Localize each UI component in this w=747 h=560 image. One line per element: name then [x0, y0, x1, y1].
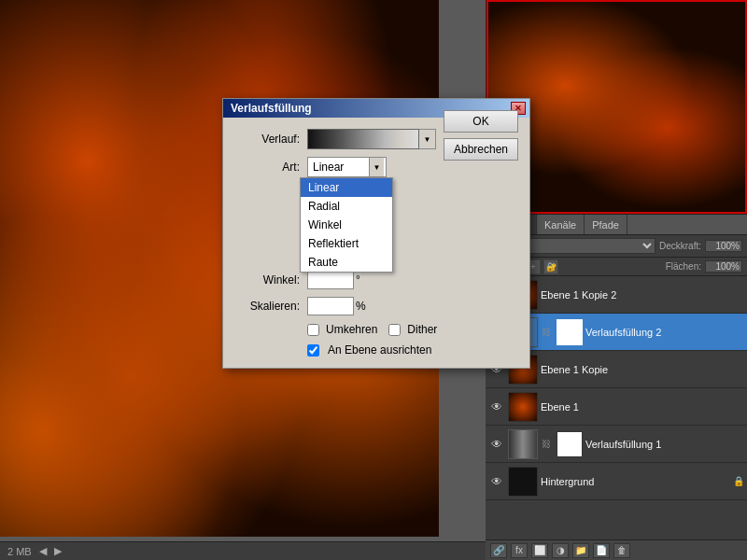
- an-ebene-label: An Ebene ausrichten: [328, 343, 431, 357]
- art-selected-value: Linear: [310, 161, 344, 174]
- layer-name: Ebene 1: [541, 401, 744, 413]
- flaechen-label: Flächen:: [666, 261, 701, 272]
- link-layers-btn[interactable]: 🔗: [490, 543, 507, 558]
- winkel-row: Winkel: °: [234, 271, 518, 289]
- deckkraft-input[interactable]: [705, 240, 742, 252]
- layer-mask-thumbnail: [557, 431, 583, 457]
- layer-visibility-btn[interactable]: 👁: [488, 436, 505, 453]
- tab-pfade[interactable]: Pfade: [585, 215, 627, 234]
- layer-name: Verlaufsfüllung 1: [585, 439, 744, 450]
- verlaufsfuellung-dialog: Verlaufsfüllung ✕ OK Abbrechen Verlauf: …: [222, 98, 530, 369]
- umkehren-checkbox[interactable]: [307, 324, 319, 336]
- gradient-preview[interactable]: [307, 129, 419, 149]
- lock-all-btn[interactable]: 🔐: [543, 259, 558, 274]
- chain-icon: ⛓: [541, 323, 552, 342]
- checkboxes-row: Umkehren Dither: [307, 323, 518, 336]
- dropdown-item-winkel[interactable]: Winkel: [301, 216, 392, 234]
- dialog-content: OK Abbrechen Verlauf: ▼ Art: Linear ▼ Li…: [223, 118, 529, 368]
- an-ebene-row: An Ebene ausrichten: [307, 343, 518, 357]
- dither-checkbox-item: Dither: [388, 323, 437, 336]
- art-label: Art:: [234, 161, 300, 174]
- add-mask-btn[interactable]: ⬜: [531, 543, 548, 558]
- delete-layer-btn[interactable]: 🗑: [613, 543, 630, 558]
- skalieren-percent: %: [356, 300, 366, 313]
- art-row: Art: Linear ▼ Linear Radial Winkel Refle…: [234, 157, 518, 177]
- dropdown-item-reflektiert[interactable]: Reflektiert: [301, 234, 392, 253]
- file-size: 2 MB: [7, 546, 32, 557]
- layer-name: Ebene 1 Kopie 2: [541, 289, 744, 301]
- adjustment-btn[interactable]: ◑: [552, 543, 569, 558]
- art-dropdown-menu: Linear Radial Winkel Reflektiert Raute: [300, 177, 393, 273]
- dialog-title: Verlaufsfüllung: [231, 102, 312, 115]
- umkehren-label: Umkehren: [326, 323, 377, 336]
- layer-name: Verlaufsfüllung 2: [585, 327, 744, 338]
- tab-kanaele[interactable]: Kanäle: [537, 215, 585, 234]
- lock-icon: 🔒: [733, 476, 744, 486]
- folder-btn[interactable]: 📁: [572, 543, 589, 558]
- layer-visibility-btn[interactable]: 👁: [488, 473, 505, 490]
- fx-btn[interactable]: fx: [511, 543, 528, 558]
- winkel-label: Winkel:: [234, 273, 300, 287]
- dropdown-item-linear[interactable]: Linear: [301, 178, 392, 197]
- flaechen-input[interactable]: [705, 260, 742, 273]
- layer-mask-thumbnail: [557, 319, 583, 345]
- nav-arrow-left[interactable]: ◀: [39, 545, 47, 557]
- umkehren-checkbox-item: Umkehren: [307, 323, 377, 336]
- layer-item[interactable]: 👁 ⛓ Verlaufsfüllung 1: [486, 426, 747, 463]
- layer-item[interactable]: 👁 Ebene 1: [486, 388, 747, 426]
- winkel-input[interactable]: [307, 271, 354, 289]
- art-select[interactable]: Linear ▼: [307, 157, 387, 177]
- verlauf-label: Verlauf:: [234, 133, 300, 146]
- gradient-dropdown-arrow[interactable]: ▼: [419, 129, 436, 149]
- layer-thumbnail: [508, 392, 538, 422]
- layer-thumbnail: [508, 467, 538, 497]
- verlauf-row: Verlauf: ▼: [234, 129, 518, 149]
- dither-checkbox[interactable]: [388, 324, 401, 336]
- layers-bottom-toolbar: 🔗 fx ⬜ ◑ 📁 📄 🗑: [486, 539, 747, 560]
- degree-symbol: °: [356, 273, 360, 287]
- layer-name: Ebene 1 Kopie: [541, 364, 744, 375]
- an-ebene-checkbox[interactable]: [307, 344, 319, 357]
- layer-thumbnail: [508, 429, 538, 459]
- nav-arrow-right[interactable]: ▶: [54, 545, 62, 557]
- skalieren-input[interactable]: [307, 297, 354, 315]
- new-layer-btn[interactable]: 📄: [593, 543, 610, 558]
- skalieren-row: Skalieren: %: [234, 297, 518, 315]
- dropdown-item-radial[interactable]: Radial: [301, 197, 392, 216]
- dropdown-item-raute[interactable]: Raute: [301, 253, 392, 272]
- chain-icon: ⛓: [541, 435, 552, 454]
- art-select-arrow[interactable]: ▼: [369, 158, 384, 176]
- dither-label: Dither: [407, 323, 437, 336]
- layer-name: Hintergrund: [541, 476, 730, 487]
- skalieren-label: Skalieren:: [234, 300, 300, 313]
- deckkraft-label: Deckkraft:: [659, 241, 701, 251]
- layer-item[interactable]: 👁 Hintergrund 🔒: [486, 463, 747, 500]
- status-bar: 2 MB ◀ ▶: [0, 541, 486, 560]
- layer-visibility-btn[interactable]: 👁: [488, 399, 505, 415]
